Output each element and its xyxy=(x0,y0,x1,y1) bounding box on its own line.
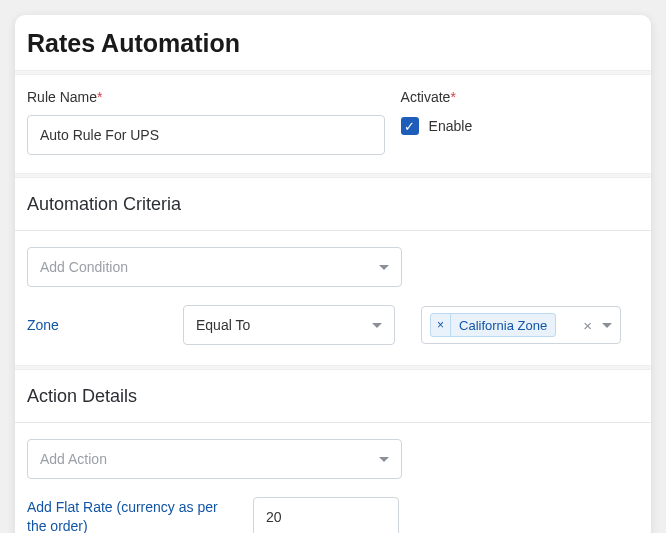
criteria-field-label: Zone xyxy=(27,317,157,333)
page-title: Rates Automation xyxy=(15,15,651,70)
flat-rate-label: Add Flat Rate (currency as per the order… xyxy=(27,498,227,533)
rule-name-label-text: Rule Name xyxy=(27,89,97,105)
action-details-header: Action Details xyxy=(15,370,651,419)
activate-field: Activate* ✓ Enable xyxy=(401,89,639,155)
criteria-value-select[interactable]: × California Zone × xyxy=(421,306,621,344)
chevron-down-icon xyxy=(379,265,389,270)
flat-rate-input[interactable] xyxy=(253,497,399,533)
check-icon: ✓ xyxy=(404,120,415,133)
action-body: Add Action Add Flat Rate (currency as pe… xyxy=(15,423,651,533)
enable-checkbox-row: ✓ Enable xyxy=(401,117,639,135)
criteria-body: Add Condition Zone Equal To × California… xyxy=(15,231,651,365)
rule-name-label: Rule Name* xyxy=(27,89,385,105)
add-action-placeholder: Add Action xyxy=(40,451,107,467)
tag-select-controls: × xyxy=(583,317,612,334)
criteria-row: Zone Equal To × California Zone × xyxy=(27,305,639,345)
activate-label-text: Activate xyxy=(401,89,451,105)
rule-name-input[interactable] xyxy=(27,115,385,155)
required-asterisk: * xyxy=(97,89,102,105)
criteria-operator-value: Equal To xyxy=(196,317,250,333)
rule-name-field: Rule Name* xyxy=(27,89,385,155)
remove-tag-icon[interactable]: × xyxy=(431,313,451,337)
add-condition-select[interactable]: Add Condition xyxy=(27,247,402,287)
action-row: Add Flat Rate (currency as per the order… xyxy=(27,497,639,533)
required-asterisk: * xyxy=(450,89,455,105)
top-fields-row: Rule Name* Activate* ✓ Enable xyxy=(15,75,651,173)
chevron-down-icon xyxy=(379,457,389,462)
add-action-select[interactable]: Add Action xyxy=(27,439,402,479)
zone-tag-label: California Zone xyxy=(451,318,555,333)
enable-checkbox-label: Enable xyxy=(429,118,473,134)
chevron-down-icon xyxy=(602,323,612,328)
enable-checkbox[interactable]: ✓ xyxy=(401,117,419,135)
automation-criteria-header: Automation Criteria xyxy=(15,178,651,227)
clear-all-icon[interactable]: × xyxy=(583,317,592,334)
activate-label: Activate* xyxy=(401,89,639,105)
zone-tag-chip: × California Zone xyxy=(430,313,556,337)
criteria-operator-select[interactable]: Equal To xyxy=(183,305,395,345)
chevron-down-icon xyxy=(372,323,382,328)
rates-automation-panel: Rates Automation Rule Name* Activate* ✓ … xyxy=(15,15,651,533)
add-condition-placeholder: Add Condition xyxy=(40,259,128,275)
